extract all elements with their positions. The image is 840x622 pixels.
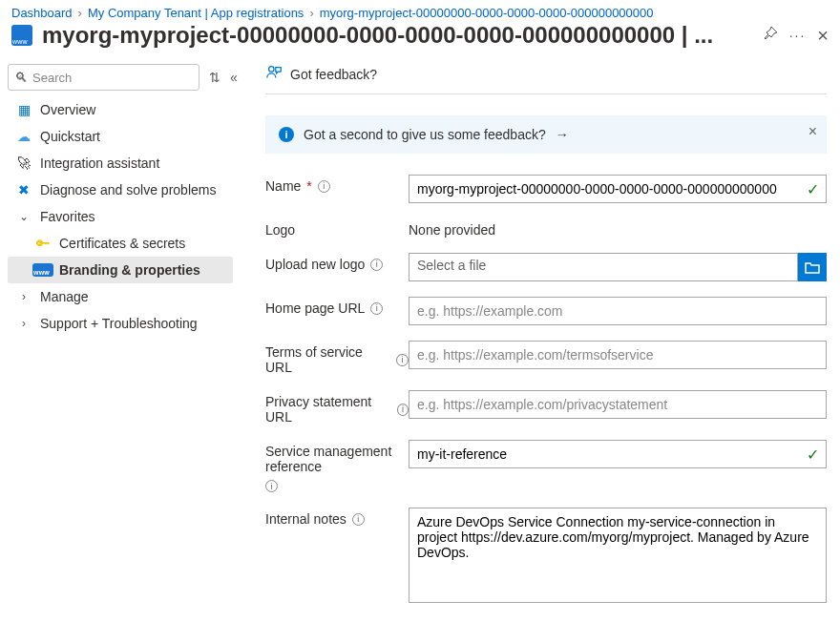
service-ref-label: Service management reference — [265, 444, 409, 474]
breadcrumb: Dashboard › My Company Tenant | App regi… — [0, 0, 840, 22]
chevron-right-icon: › — [15, 317, 32, 330]
terms-input[interactable] — [409, 341, 827, 369]
branding-icon — [34, 263, 52, 277]
required-asterisk: * — [306, 178, 311, 194]
name-input[interactable] — [409, 175, 827, 203]
banner-close-icon[interactable]: × — [808, 123, 817, 140]
info-icon[interactable]: i — [318, 180, 330, 193]
sidebar-item-overview[interactable]: ▦Overview — [8, 96, 233, 123]
info-icon[interactable]: i — [370, 259, 383, 271]
breadcrumb-item-tenant[interactable]: My Company Tenant | App registrations — [88, 6, 304, 20]
logo-label: Logo — [265, 222, 295, 238]
check-icon: ✓ — [807, 446, 819, 464]
banner-text: Got a second to give us some feedback? — [304, 127, 546, 142]
sidebar-item-certificates[interactable]: 🔑︎Certificates & secrets — [8, 230, 233, 257]
chevron-right-icon: › — [15, 290, 32, 303]
info-icon[interactable]: i — [265, 480, 278, 492]
page-title: myorg-myproject-00000000-0000-0000-0000-… — [42, 22, 753, 49]
file-picker[interactable]: Select a file — [409, 253, 798, 281]
sidebar-item-integration[interactable]: 🚀︎Integration assistant — [8, 150, 233, 176]
breadcrumb-item-dashboard[interactable]: Dashboard — [11, 6, 73, 20]
info-icon[interactable]: i — [397, 404, 409, 416]
toolbar: Got feedback? — [265, 64, 827, 94]
sidebar-item-support[interactable]: ›Support + Troubleshooting — [8, 310, 233, 337]
chevron-right-icon: › — [309, 6, 313, 20]
sidebar-item-quickstart[interactable]: ☁Quickstart — [8, 123, 233, 150]
notes-textarea[interactable] — [409, 508, 827, 603]
rocket-icon: 🚀︎ — [15, 156, 32, 171]
sidebar-item-branding[interactable]: Branding & properties — [8, 257, 233, 283]
info-icon[interactable]: i — [396, 354, 409, 366]
key-icon: 🔑︎ — [34, 236, 52, 251]
breadcrumb-item-app[interactable]: myorg-myproject-00000000-0000-0000-0000-… — [320, 6, 654, 20]
chevron-right-icon: › — [78, 6, 82, 20]
pin-icon[interactable] — [763, 27, 778, 45]
service-ref-input[interactable] — [409, 440, 827, 468]
info-icon: i — [279, 127, 294, 142]
more-icon[interactable]: ··· — [789, 28, 807, 43]
upload-logo-label: Upload new logo — [265, 257, 365, 272]
info-icon[interactable]: i — [370, 302, 383, 315]
home-page-label: Home page URL — [265, 301, 365, 316]
sidebar-item-diagnose[interactable]: ✖Diagnose and solve problems — [8, 176, 233, 203]
browse-button[interactable] — [798, 253, 827, 281]
sort-icon[interactable]: ⇅ — [209, 70, 220, 85]
logo-value: None provided — [409, 218, 827, 238]
svg-point-0 — [269, 67, 274, 72]
privacy-input[interactable] — [409, 390, 827, 419]
name-label: Name — [265, 178, 301, 194]
branding-form: Name *i ✓ Logo None provided Upload new … — [265, 175, 827, 606]
app-registration-icon — [11, 25, 32, 46]
check-icon: ✓ — [807, 180, 819, 198]
arrow-right-icon[interactable]: → — [556, 127, 569, 142]
search-icon: 🔍︎ — [14, 70, 28, 85]
overview-icon: ▦ — [15, 102, 32, 117]
home-page-input[interactable] — [409, 297, 827, 325]
sidebar-search[interactable]: 🔍︎ — [8, 64, 200, 91]
privacy-label: Privacy statement URL — [265, 394, 391, 425]
quickstart-icon: ☁ — [15, 129, 32, 144]
feedback-icon — [265, 64, 283, 84]
main-content: Got feedback? i Got a second to give us … — [237, 58, 840, 613]
sidebar-item-favorites[interactable]: ⌄Favorites — [8, 203, 233, 230]
terms-label: Terms of service URL — [265, 344, 390, 375]
search-input[interactable] — [32, 71, 193, 85]
close-icon[interactable]: × — [817, 25, 829, 47]
chevron-down-icon: ⌄ — [15, 210, 32, 223]
feedback-banner: i Got a second to give us some feedback?… — [265, 115, 827, 154]
page-header: myorg-myproject-00000000-0000-0000-0000-… — [0, 22, 840, 58]
info-icon[interactable]: i — [352, 513, 365, 526]
notes-label: Internal notes — [265, 511, 346, 527]
sidebar: 🔍︎ ⇅ « ▦Overview ☁Quickstart 🚀︎Integrati… — [0, 58, 237, 613]
feedback-link[interactable]: Got feedback? — [290, 67, 377, 82]
sidebar-item-manage[interactable]: ›Manage — [8, 283, 233, 310]
diagnose-icon: ✖ — [15, 182, 32, 197]
